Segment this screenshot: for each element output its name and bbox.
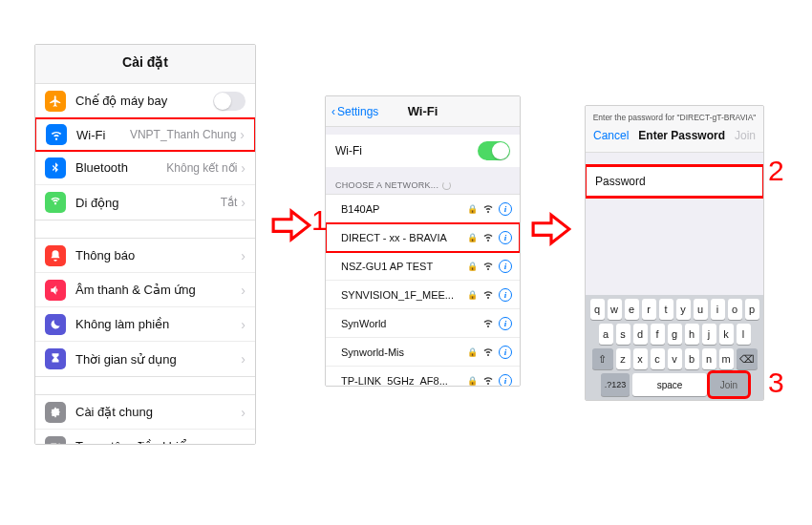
key-m[interactable]: m xyxy=(719,348,734,369)
wifi-signal-icon xyxy=(482,289,494,301)
row-value: Tắt xyxy=(221,196,238,209)
lock-icon: 🔒 xyxy=(467,262,478,271)
row-airplane-mode[interactable]: Chế độ máy bay xyxy=(35,84,255,118)
password-field[interactable]: Password xyxy=(586,166,763,197)
key-f[interactable]: f xyxy=(651,324,665,345)
bell-icon xyxy=(45,245,66,266)
key-v[interactable]: v xyxy=(668,348,682,369)
row-label: Thời gian sử dụng xyxy=(75,352,241,367)
row-cellular[interactable]: Di động Tắt › xyxy=(35,185,255,220)
key-n[interactable]: n xyxy=(702,348,716,369)
info-icon[interactable]: i xyxy=(499,288,512,302)
row-notifications[interactable]: Thông báo › xyxy=(35,239,255,273)
network-row[interactable]: SYNVISION_1F_MEE...🔒i xyxy=(326,281,520,309)
key-123[interactable]: .?123 xyxy=(601,373,630,396)
wifi-toggle[interactable] xyxy=(478,141,510,160)
key-i[interactable]: i xyxy=(711,299,725,320)
row-wifi[interactable]: Wi-Fi VNPT_Thanh Chung › xyxy=(34,117,256,152)
info-icon[interactable]: i xyxy=(499,374,512,388)
network-row[interactable]: B140AP🔒i xyxy=(326,195,520,223)
step-arrow-icon xyxy=(531,212,571,246)
row-dnd[interactable]: Không làm phiền › xyxy=(35,307,255,342)
info-icon[interactable]: i xyxy=(499,231,512,244)
key-c[interactable]: c xyxy=(651,348,665,369)
key-x[interactable]: x xyxy=(633,348,648,369)
info-icon[interactable]: i xyxy=(499,202,512,216)
key-d[interactable]: d xyxy=(633,324,648,345)
choose-network-header: CHOOSE A NETWORK... xyxy=(326,177,520,194)
lock-icon: 🔒 xyxy=(467,233,478,242)
key-u[interactable]: u xyxy=(694,299,708,320)
cancel-button[interactable]: Cancel xyxy=(593,129,629,142)
network-row[interactable]: Synworld-Mis🔒i xyxy=(326,338,520,367)
key-h[interactable]: h xyxy=(685,324,699,345)
password-screen: Enter the password for "DIRECT-gT-BRAVIA… xyxy=(585,105,764,401)
key-o[interactable]: o xyxy=(728,299,742,320)
chevron-right-icon: › xyxy=(241,248,246,263)
network-row[interactable]: NSZ-GU1 AP TEST🔒i xyxy=(326,252,520,281)
wifi-master-label: Wi-Fi xyxy=(335,144,478,158)
row-screentime[interactable]: Thời gian sử dụng › xyxy=(35,342,255,376)
step-number-2: 2 xyxy=(768,155,784,187)
network-icons: 🔒i xyxy=(467,260,512,273)
step-arrow-icon xyxy=(271,208,311,242)
network-name: DIRECT - xx - BRAVIA xyxy=(341,232,467,243)
back-label: Settings xyxy=(337,105,378,118)
network-icons: 🔒i xyxy=(467,346,512,359)
key-a[interactable]: a xyxy=(599,324,613,345)
key-space[interactable]: space xyxy=(632,373,707,396)
key-l[interactable]: l xyxy=(737,324,751,345)
key-g[interactable]: g xyxy=(668,324,682,345)
key-w[interactable]: w xyxy=(608,299,622,320)
key-join[interactable]: Join xyxy=(710,373,748,396)
key-e[interactable]: e xyxy=(625,299,639,320)
keyboard: qwertyuiop asdfghjkl ⇧zxcvbnm⌫ .?123 spa… xyxy=(586,295,763,400)
key-s[interactable]: s xyxy=(616,324,630,345)
row-sounds[interactable]: Âm thanh & Cảm ứng › xyxy=(35,273,255,307)
row-label: Chế độ máy bay xyxy=(75,94,213,108)
key-p[interactable]: p xyxy=(745,299,759,320)
key-j[interactable]: j xyxy=(702,324,716,345)
wifi-signal-icon xyxy=(482,346,494,358)
row-control-center[interactable]: Trung tâm điều khiển › xyxy=(35,430,255,445)
key-y[interactable]: y xyxy=(676,299,691,320)
key-t[interactable]: t xyxy=(659,299,673,320)
network-name: Synworld-Mis xyxy=(341,346,467,358)
network-icons: 🔒i xyxy=(467,202,512,216)
network-row[interactable]: SynWorldi xyxy=(326,309,520,338)
key-b[interactable]: b xyxy=(685,348,699,369)
info-icon[interactable]: i xyxy=(499,346,512,359)
row-bluetooth[interactable]: Bluetooth Không kết nối › xyxy=(35,151,255,185)
lock-icon: 🔒 xyxy=(467,376,478,386)
key-shift[interactable]: ⇧ xyxy=(592,348,613,369)
keyboard-bottom-row: .?123 space Join xyxy=(588,373,761,396)
gear-icon xyxy=(45,402,66,423)
hourglass-icon xyxy=(45,348,66,369)
airplane-toggle[interactable] xyxy=(213,92,246,111)
network-name: SynWorld xyxy=(341,318,482,329)
key-r[interactable]: r xyxy=(642,299,656,320)
speaker-icon xyxy=(45,280,66,301)
info-icon[interactable]: i xyxy=(499,260,512,273)
info-icon[interactable]: i xyxy=(499,317,512,330)
key-k[interactable]: k xyxy=(719,324,734,345)
back-button[interactable]: ‹ Settings xyxy=(326,105,378,118)
key-backspace[interactable]: ⌫ xyxy=(737,348,758,369)
chevron-right-icon: › xyxy=(241,283,246,298)
row-label: Trung tâm điều khiển xyxy=(75,439,241,445)
row-value: VNPT_Thanh Chung xyxy=(130,128,236,141)
network-row[interactable]: DIRECT - xx - BRAVIA🔒i xyxy=(326,223,520,252)
wifi-signal-icon xyxy=(482,375,494,387)
wifi-master-row: Wi-Fi xyxy=(326,135,520,167)
row-label: Wi-Fi xyxy=(76,128,130,142)
row-general[interactable]: Cài đặt chung › xyxy=(35,395,255,430)
row-label: Âm thanh & Cảm ứng xyxy=(75,283,241,297)
row-label: Cài đặt chung xyxy=(75,405,241,419)
network-list: B140AP🔒iDIRECT - xx - BRAVIA🔒iNSZ-GU1 AP… xyxy=(326,194,520,387)
network-row[interactable]: TP-LINK_5GHz_AF8...🔒i xyxy=(326,367,520,387)
join-nav-button[interactable]: Join xyxy=(735,129,756,142)
settings-group-general: Cài đặt chung › Trung tâm điều khiển › M… xyxy=(35,394,255,445)
spinner-icon xyxy=(442,181,451,190)
key-q[interactable]: q xyxy=(590,299,605,320)
key-z[interactable]: z xyxy=(616,348,630,369)
